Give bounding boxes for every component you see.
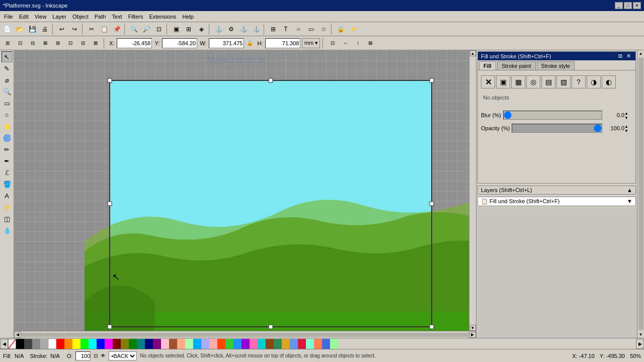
- connector-tool[interactable]: ⚡: [2, 202, 13, 213]
- pen-tool[interactable]: ✒: [2, 155, 13, 166]
- copy-button[interactable]: 📋: [98, 24, 110, 35]
- swatch-green[interactable]: [129, 339, 137, 349]
- swatch-olive[interactable]: [121, 339, 129, 349]
- snap-opt2[interactable]: ⊟: [27, 38, 38, 49]
- scroll-up-button[interactable]: ▲: [470, 50, 476, 56]
- x-input[interactable]: [117, 38, 152, 48]
- swatch-dark-gray[interactable]: [24, 339, 32, 349]
- group-button[interactable]: ⊞: [267, 24, 279, 35]
- opacity-up-down[interactable]: ⊡: [94, 353, 98, 358]
- paint-opt2[interactable]: ◐: [602, 75, 616, 88]
- fs-dropdown-arrow[interactable]: ▼: [627, 198, 632, 204]
- menu-view[interactable]: View: [32, 13, 50, 21]
- swatch-transparent[interactable]: [8, 339, 16, 349]
- nodes-button[interactable]: ◈: [195, 24, 207, 35]
- swatch-teal[interactable]: [137, 339, 145, 349]
- snap-toggle[interactable]: ⊞: [2, 38, 13, 49]
- swatch-cyan[interactable]: [89, 339, 97, 349]
- paint-opt1[interactable]: ◑: [587, 75, 601, 88]
- handle-tc[interactable]: [269, 78, 273, 82]
- menu-help[interactable]: Help: [179, 13, 197, 21]
- maximize-button[interactable]: □: [624, 2, 632, 9]
- eye-icon[interactable]: 👁: [101, 353, 106, 358]
- swatch-mint[interactable]: [185, 339, 193, 349]
- swatch-magenta[interactable]: [105, 339, 113, 349]
- save-button[interactable]: 💾: [26, 24, 38, 35]
- swatch-crimson[interactable]: [298, 339, 306, 349]
- y-input[interactable]: [162, 38, 197, 48]
- swatch-lavender[interactable]: [201, 339, 209, 349]
- transform-button[interactable]: ⊞: [183, 24, 195, 35]
- swatch-coral[interactable]: [314, 339, 322, 349]
- zoom-out-button[interactable]: 🔎: [140, 24, 152, 35]
- transform-opt4[interactable]: ⊠: [365, 38, 376, 49]
- redo-button[interactable]: ↪: [68, 24, 80, 35]
- scroll-left-button[interactable]: ◀: [14, 332, 21, 338]
- gradient-tool[interactable]: ◫: [2, 213, 13, 224]
- zoom-tool[interactable]: 🔍: [2, 86, 13, 97]
- zoom-fit-button[interactable]: ⊡: [153, 24, 165, 35]
- pencil-tool[interactable]: ✏: [2, 144, 13, 155]
- paint-linear-button[interactable]: ▦: [511, 75, 525, 88]
- layers-panel-row[interactable]: Layers (Shift+Ctrl+L) ▲: [477, 186, 636, 195]
- paint-flat-button[interactable]: ▣: [496, 75, 510, 88]
- canvas-hscroll[interactable]: ◀ ▶: [14, 331, 476, 338]
- paint-swatch-button[interactable]: ▨: [556, 75, 571, 88]
- snap-opt1[interactable]: ⊡: [15, 38, 26, 49]
- bucket-tool[interactable]: 🪣: [2, 178, 13, 190]
- new-button[interactable]: 📄: [1, 24, 13, 35]
- spiral-tool[interactable]: 🌀: [2, 132, 13, 143]
- tab-stroke-style[interactable]: Stroke style: [537, 61, 575, 70]
- swatch-sky-blue[interactable]: [193, 339, 201, 349]
- handle-tr[interactable]: [430, 78, 434, 82]
- snap-btn2[interactable]: ⚙: [225, 24, 237, 35]
- menu-layer[interactable]: Layer: [49, 13, 69, 21]
- swatch-hot-pink[interactable]: [250, 339, 258, 349]
- lock-button[interactable]: 🔒: [335, 24, 347, 35]
- star-tool-button[interactable]: ☆: [317, 24, 330, 35]
- paste-button[interactable]: 📌: [111, 24, 123, 35]
- swatch-violet[interactable]: [242, 339, 250, 349]
- fill-stroke-dropdown-row[interactable]: 📋 Fill und Stroke (Shift+Ctrl+F) ▼: [477, 197, 636, 206]
- swatch-orange[interactable]: [64, 339, 72, 349]
- scroll-down-button[interactable]: ▼: [470, 325, 476, 331]
- swatch-peach[interactable]: [177, 339, 185, 349]
- print-button[interactable]: 🖨: [39, 24, 51, 35]
- swatch-red[interactable]: [56, 339, 64, 349]
- handle-mr[interactable]: [430, 202, 434, 206]
- swatch-cornflower[interactable]: [290, 339, 298, 349]
- swatch-black[interactable]: [16, 339, 24, 349]
- swatch-dark-turquoise[interactable]: [258, 339, 266, 349]
- calligraphy-tool[interactable]: ℰ: [2, 167, 13, 178]
- snap-btn4[interactable]: ⚓: [250, 24, 262, 35]
- lock-aspect-icon[interactable]: 🔒: [246, 40, 255, 46]
- transform-opt1[interactable]: ⊡: [327, 38, 338, 49]
- swatch-lime-green[interactable]: [225, 339, 233, 349]
- swatch-rose[interactable]: [209, 339, 217, 349]
- tab-stroke-paint[interactable]: Stroke paint: [497, 61, 536, 70]
- menu-edit[interactable]: Edit: [16, 13, 32, 21]
- palette-scroll-right[interactable]: ▶: [636, 339, 644, 349]
- text-tool[interactable]: A: [2, 190, 13, 201]
- node-tool[interactable]: ✎: [2, 63, 13, 74]
- text-tool-button[interactable]: T: [280, 24, 292, 35]
- blur-slider[interactable]: [503, 111, 602, 120]
- tweak-tool[interactable]: ⌀: [2, 74, 13, 85]
- dropper-tool[interactable]: 💧: [2, 225, 13, 236]
- swatch-lime[interactable]: [80, 339, 89, 349]
- circle-tool-button[interactable]: ○: [292, 24, 304, 35]
- paint-none-button[interactable]: ✕: [481, 75, 495, 88]
- handle-ml[interactable]: [108, 202, 112, 206]
- opacity-slider[interactable]: [512, 124, 602, 133]
- swatch-saddle-brown[interactable]: [266, 339, 274, 349]
- handle-br[interactable]: [430, 325, 434, 329]
- menu-object[interactable]: Object: [69, 13, 92, 21]
- swatch-goldenrod[interactable]: [282, 339, 290, 349]
- far-scroll-thumb[interactable]: [638, 58, 643, 330]
- far-scroll-down[interactable]: ▼: [638, 331, 644, 338]
- align-button[interactable]: ▣: [170, 24, 182, 35]
- tab-fill[interactable]: Fill: [479, 61, 496, 70]
- xml-button[interactable]: ⚡: [347, 24, 359, 35]
- snap-opt4[interactable]: ⊞: [52, 38, 63, 49]
- paint-unknown-button[interactable]: ?: [572, 75, 586, 88]
